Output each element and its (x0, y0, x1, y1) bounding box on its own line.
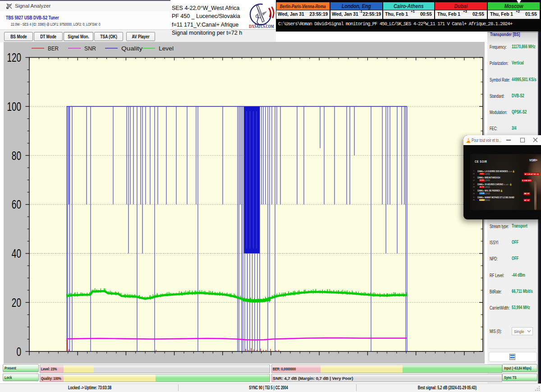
svg-text:120: 120 (7, 50, 22, 64)
svg-text:20: 20 (12, 296, 21, 310)
svg-text:100: 100 (7, 100, 22, 114)
svg-text:BER: BER (48, 46, 59, 52)
svg-text:DX: DX (249, 24, 255, 29)
svg-text:SATCS.COM: SATCS.COM (255, 24, 274, 29)
svg-text:40: 40 (12, 246, 21, 260)
svg-text:60: 60 (12, 197, 21, 211)
svg-text:Quality: Quality (121, 46, 143, 52)
svg-text:Level: Level (159, 46, 174, 52)
svg-text:0: 0 (16, 345, 21, 359)
svg-text:80: 80 (12, 149, 21, 163)
svg-text:SNR: SNR (84, 46, 96, 52)
